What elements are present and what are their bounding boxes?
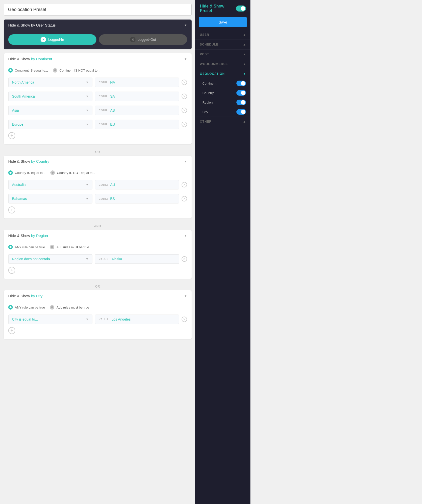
remove-continent-1[interactable]: ✕	[182, 94, 187, 99]
sidebar-section-schedule: SCHEDULE ▲	[195, 40, 250, 49]
radio-dot-inactive	[50, 245, 54, 249]
continent-dropdown-1[interactable]: South America ▼	[8, 92, 92, 101]
sidebar-section-geolocation-header[interactable]: GEOLOCATION ▼	[195, 69, 250, 79]
region-radio-any[interactable]: ANY rule can be true	[8, 245, 45, 249]
preset-title-input[interactable]	[4, 4, 192, 16]
continent-radio-not[interactable]: Continent IS NOT equal to...	[53, 68, 100, 73]
sidebar-title: Hide & Show Preset	[200, 4, 236, 13]
continent-dropdown-2[interactable]: Asia ▼	[8, 106, 92, 115]
city-chevron[interactable]: ▼	[184, 294, 187, 298]
continent-item-label: Continent	[202, 82, 216, 85]
user-status-chevron[interactable]: ▼	[184, 24, 187, 27]
city-row-0: City is equal to... ▼ VALUE: Los Angeles…	[4, 313, 192, 326]
country-radio-not[interactable]: Country IS NOT equal to...	[50, 170, 95, 175]
continent-chevron[interactable]: ▼	[184, 57, 187, 61]
dropdown-arrow-icon: ▼	[86, 318, 89, 321]
sidebar-section-schedule-header[interactable]: SCHEDULE ▲	[195, 40, 250, 49]
continent-dropdown-0[interactable]: North America ▼	[8, 78, 92, 87]
add-continent-button[interactable]: +	[8, 132, 15, 139]
remove-country-1[interactable]: ✕	[182, 196, 187, 201]
continent-row-0: North America ▼ CODE: NA ✕	[4, 76, 192, 89]
country-divider: AND	[4, 222, 192, 230]
sidebar-item-country: Country	[195, 88, 250, 98]
add-country-button[interactable]: +	[8, 206, 15, 213]
chevron-up-icon: ▲	[243, 53, 246, 56]
add-city-button[interactable]: +	[8, 327, 15, 334]
radio-dot-active	[8, 170, 13, 175]
country-radio-is[interactable]: Country IS equal to...	[8, 170, 45, 175]
logged-in-button[interactable]: ✓ Logged-In	[8, 34, 96, 45]
remove-continent-3[interactable]: ✕	[182, 122, 187, 127]
sidebar-section-geolocation-label: GEOLOCATION	[200, 72, 225, 76]
continent-dropdown-3[interactable]: Europe ▼	[8, 120, 92, 129]
city-dropdown-0[interactable]: City is equal to... ▼	[8, 315, 92, 324]
country-row-1: Bahamas ▼ CODE: BS ✕	[4, 192, 192, 205]
country-code-0: CODE: AU	[95, 180, 179, 189]
continent-radio-is[interactable]: Continent IS equal to...	[8, 68, 48, 73]
region-toggle[interactable]	[236, 100, 246, 105]
region-body: ANY rule can be true ALL rules must be t…	[4, 241, 192, 279]
dropdown-arrow-icon: ▼	[86, 81, 89, 84]
continent-code-1: CODE: SA	[95, 92, 179, 101]
sidebar-item-region: Region	[195, 98, 250, 107]
continent-body: Continent IS equal to... Continent IS NO…	[4, 65, 192, 144]
logged-out-button[interactable]: ✕ Logged-Out	[99, 34, 187, 45]
country-chevron[interactable]: ▼	[184, 160, 187, 163]
country-dropdown-0[interactable]: Australia ▼	[8, 180, 92, 189]
sidebar-section-post-header[interactable]: POST ▲	[195, 50, 250, 59]
continent-code-0: CODE: NA	[95, 78, 179, 87]
sidebar-section-other: OTHER ▲	[195, 117, 250, 126]
region-section: Hide & Show by Region ▼ ANY rule can be …	[4, 230, 192, 279]
city-section: Hide & Show by City ▼ ANY rule can be tr…	[4, 290, 192, 339]
sidebar-section-user-header[interactable]: USER ▲	[195, 30, 250, 40]
remove-city-0[interactable]: ✕	[182, 317, 187, 322]
continent-code-3: CODE: EU	[95, 120, 179, 129]
add-region-button[interactable]: +	[8, 267, 15, 274]
country-toggle[interactable]	[236, 90, 246, 96]
sidebar-section-other-header[interactable]: OTHER ▲	[195, 117, 250, 126]
dropdown-arrow-icon: ▼	[86, 123, 89, 126]
user-status-header: Hide & Show by User Status ▼	[4, 20, 192, 31]
city-item-label: City	[202, 110, 208, 114]
continent-header: Hide & Show by Continent ▼	[4, 53, 192, 65]
remove-continent-0[interactable]: ✕	[182, 80, 187, 85]
dropdown-arrow-icon: ▼	[86, 197, 89, 200]
city-radio-any[interactable]: ANY rule can be true	[8, 305, 45, 310]
continent-row-2: Asia ▼ CODE: AS ✕	[4, 104, 192, 117]
remove-country-0[interactable]: ✕	[182, 182, 187, 187]
country-dropdown-1[interactable]: Bahamas ▼	[8, 194, 92, 203]
x-icon: ✕	[130, 37, 135, 42]
save-button[interactable]: Save	[199, 17, 247, 27]
sidebar-header: Hide & Show Preset	[195, 0, 250, 17]
sidebar-section-post: POST ▲	[195, 49, 250, 59]
continent-section: Hide & Show by Continent ▼ Continent IS …	[4, 53, 192, 144]
country-body: Country IS equal to... Country IS NOT eq…	[4, 167, 192, 218]
sidebar-section-woocommerce: WOOCOMMERCE ▲	[195, 59, 250, 69]
dropdown-arrow-icon: ▼	[86, 257, 89, 261]
continent-toggle[interactable]	[236, 81, 246, 86]
city-toggle[interactable]	[236, 109, 246, 115]
radio-dot-active	[8, 245, 13, 249]
radio-dot-active	[8, 305, 13, 310]
region-value-0: VALUE: Alaska	[95, 254, 179, 264]
sidebar-section-schedule-label: SCHEDULE	[200, 43, 218, 46]
sidebar-section-user-label: USER	[200, 33, 209, 37]
country-header: Hide & Show by Country ▼	[4, 156, 192, 167]
sidebar-section-geolocation: GEOLOCATION ▼ Continent Country Region C…	[195, 69, 250, 117]
sidebar-section-woocommerce-header[interactable]: WOOCOMMERCE ▲	[195, 59, 250, 69]
sidebar: Hide & Show Preset Save USER ▲ SCHEDULE …	[195, 0, 250, 504]
dropdown-arrow-icon: ▼	[86, 109, 89, 112]
region-dropdown-0[interactable]: Region does not contain... ▼	[8, 254, 92, 264]
country-radio-row: Country IS equal to... Country IS NOT eq…	[4, 167, 192, 178]
city-radio-all[interactable]: ALL rules must be true	[50, 305, 89, 310]
remove-continent-2[interactable]: ✕	[182, 108, 187, 113]
remove-region-0[interactable]: ✕	[182, 256, 187, 262]
region-chevron[interactable]: ▼	[184, 234, 187, 237]
city-radio-row: ANY rule can be true ALL rules must be t…	[4, 302, 192, 313]
country-code-1: CODE: BS	[95, 194, 179, 203]
region-radio-all[interactable]: ALL rules must be true	[50, 245, 89, 249]
preset-toggle[interactable]	[236, 6, 246, 12]
region-title: Hide & Show by Region	[8, 233, 48, 238]
city-title: Hide & Show by City	[8, 294, 43, 298]
geolocation-items: Continent Country Region City	[195, 79, 250, 117]
